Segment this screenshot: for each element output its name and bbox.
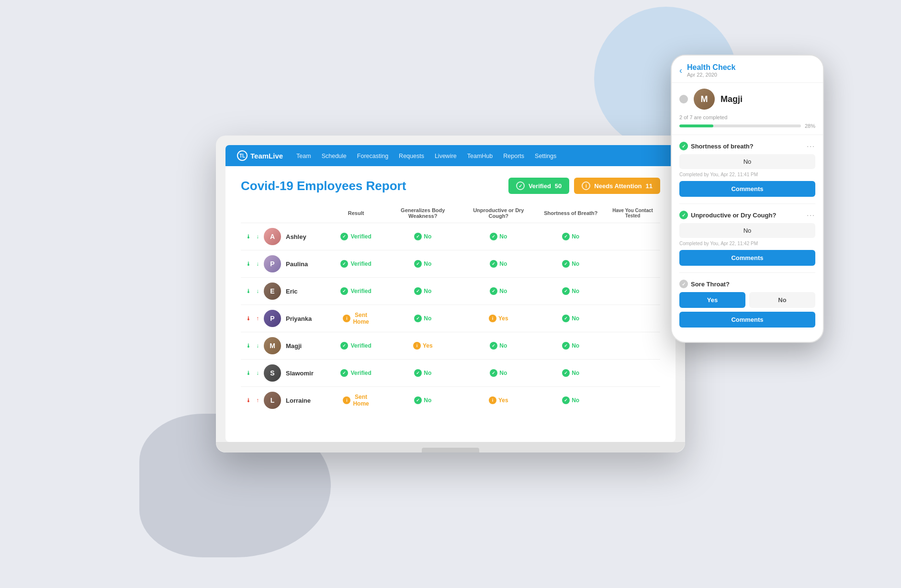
nav-reports[interactable]: Reports bbox=[503, 153, 524, 159]
status-verified: ✓ Verified bbox=[332, 342, 380, 350]
answer-check-icon: ✓ bbox=[490, 369, 497, 377]
nav-livewire[interactable]: Livewire bbox=[435, 153, 457, 159]
phone-header-title: Health Check Apr 22, 2020 bbox=[687, 63, 815, 78]
col-result: Result bbox=[327, 204, 385, 223]
answer-no: ✓ No bbox=[541, 369, 600, 377]
employee-name: Eric bbox=[286, 288, 298, 295]
q1-answer: No bbox=[679, 154, 815, 169]
answer-info-icon: i bbox=[489, 315, 496, 322]
answer-info-icon: i bbox=[489, 396, 496, 404]
employee-name: Priyanka bbox=[286, 315, 312, 322]
table-row[interactable]: 🌡 ↓ E Eric ✓ Verified ✓ No ✓ No ✓ No bbox=[241, 278, 660, 305]
verified-icon: ✓ bbox=[340, 369, 348, 377]
thermometer-icon: 🌡 bbox=[246, 397, 251, 404]
no-answer-button[interactable]: No bbox=[749, 292, 815, 308]
health-check-date: Apr 22, 2020 bbox=[687, 72, 815, 78]
attention-label: Needs Attention bbox=[594, 182, 642, 190]
answer-check-icon: ✓ bbox=[490, 233, 497, 240]
q2-comments-button[interactable]: Comments bbox=[679, 250, 815, 266]
answer-check-icon: ✓ bbox=[562, 260, 570, 268]
employee-cell: 🌡 ↓ A Ashley bbox=[246, 228, 322, 245]
table-row[interactable]: 🌡 ↓ M Magji ✓ Verified i Yes ✓ No ✓ No bbox=[241, 332, 660, 360]
table-row[interactable]: 🌡 ↓ S Slawomir ✓ Verified ✓ No ✓ No ✓ No bbox=[241, 360, 660, 387]
answer-yes: i Yes bbox=[465, 396, 531, 404]
q1-check-icon: ✓ bbox=[679, 142, 688, 150]
verified-icon: ✓ bbox=[340, 342, 348, 350]
avatar: L bbox=[264, 392, 281, 409]
question-sore-throat: ✓ Sore Throat? Yes No Comments bbox=[679, 280, 815, 334]
attention-info-icon: i bbox=[582, 181, 590, 190]
answer-yes: i Yes bbox=[390, 342, 456, 350]
q2-text: Unproductive or Dry Cough? bbox=[691, 212, 776, 219]
contact-cell bbox=[605, 223, 660, 250]
question-sore-throat-header: ✓ Sore Throat? bbox=[679, 280, 815, 288]
laptop-base bbox=[216, 442, 685, 452]
back-button[interactable]: ‹ bbox=[679, 66, 682, 76]
employee-cell: 🌡 ↓ S Slawomir bbox=[246, 364, 322, 382]
status-sent-home: i SentHome bbox=[332, 312, 380, 325]
temp-arrow-icon: ↓ bbox=[256, 260, 259, 267]
answer-no: ✓ No bbox=[465, 342, 531, 350]
answer-check-icon: ✓ bbox=[414, 260, 422, 268]
table-row[interactable]: 🌡 ↓ P Paulina ✓ Verified ✓ No ✓ No ✓ No bbox=[241, 250, 660, 278]
q3-comments-button[interactable]: Comments bbox=[679, 312, 815, 328]
verified-icon: ✓ bbox=[340, 233, 348, 240]
breath-cell: ✓ No bbox=[536, 223, 605, 250]
progress-bar bbox=[679, 124, 801, 127]
answer-check-icon: ✓ bbox=[490, 260, 497, 268]
info-icon: i bbox=[343, 315, 350, 322]
navbar: TL TeamLive Team Schedule Forecasting Re… bbox=[225, 145, 676, 166]
q3-text: Sore Throat? bbox=[691, 281, 730, 288]
answer-no: ✓ No bbox=[390, 260, 456, 268]
table-row[interactable]: 🌡 ↓ A Ashley ✓ Verified ✓ No ✓ No ✓ No bbox=[241, 223, 660, 250]
verified-badge[interactable]: ✓ Verified 50 bbox=[508, 178, 569, 194]
answer-check-icon: ✓ bbox=[562, 315, 570, 322]
phone-user-name: Magji bbox=[721, 94, 743, 104]
nav-forecasting[interactable]: Forecasting bbox=[357, 153, 388, 159]
weakness-cell: ✓ No bbox=[385, 305, 461, 332]
thermometer-icon: 🌡 bbox=[246, 260, 251, 267]
nav-schedule[interactable]: Schedule bbox=[322, 153, 347, 159]
nav-team[interactable]: Team bbox=[296, 153, 311, 159]
report-table: Result Generalizes Body Weakness? Unprod… bbox=[241, 204, 660, 414]
temp-arrow-icon: ↓ bbox=[256, 233, 259, 240]
sore-throat-answers: Yes No bbox=[679, 292, 815, 308]
result-cell: i SentHome bbox=[327, 387, 385, 414]
answer-no: ✓ No bbox=[465, 287, 531, 295]
verified-check-icon: ✓ bbox=[516, 181, 525, 190]
breath-cell: ✓ No bbox=[536, 332, 605, 360]
status-dot bbox=[679, 95, 688, 103]
nav-teamhub[interactable]: TeamHub bbox=[467, 153, 493, 159]
progress-label: 2 of 7 are completed bbox=[679, 114, 815, 120]
answer-no: ✓ No bbox=[390, 287, 456, 295]
q1-menu[interactable]: ··· bbox=[807, 142, 815, 150]
nav-settings[interactable]: Settings bbox=[535, 153, 556, 159]
phone-user: M Magji bbox=[679, 89, 815, 110]
answer-no: ✓ No bbox=[390, 396, 456, 404]
q3-gray-icon: ✓ bbox=[679, 280, 688, 288]
q2-check-icon: ✓ bbox=[679, 211, 688, 219]
employee-cell: 🌡 ↓ P Paulina bbox=[246, 255, 322, 272]
table-row[interactable]: 🌡 ↑ P Priyanka i SentHome ✓ No i Yes ✓ N… bbox=[241, 305, 660, 332]
page-title: Covid-19 Employees Report bbox=[241, 179, 406, 193]
info-icon: i bbox=[343, 396, 350, 404]
table-row[interactable]: 🌡 ↑ L Lorraine i SentHome ✓ No i Yes ✓ N… bbox=[241, 387, 660, 414]
employee-cell: 🌡 ↓ E Eric bbox=[246, 283, 322, 300]
breath-cell: ✓ No bbox=[536, 278, 605, 305]
q1-comments-button[interactable]: Comments bbox=[679, 181, 815, 197]
yes-answer-button[interactable]: Yes bbox=[679, 292, 745, 308]
employee-name: Lorraine bbox=[286, 397, 311, 404]
answer-no: ✓ No bbox=[465, 260, 531, 268]
nav-requests[interactable]: Requests bbox=[399, 153, 424, 159]
employee-name: Magji bbox=[286, 342, 302, 350]
question-cough-header: ✓ Unproductive or Dry Cough? ··· bbox=[679, 211, 815, 219]
answer-check-icon: ✓ bbox=[562, 287, 570, 295]
q2-menu[interactable]: ··· bbox=[807, 211, 815, 219]
attention-badge[interactable]: i Needs Attention 11 bbox=[574, 178, 660, 194]
phone-questions: ✓ Shortness of breath? ··· No Completed … bbox=[672, 142, 823, 342]
answer-no: ✓ No bbox=[390, 315, 456, 322]
avatar: P bbox=[264, 310, 281, 327]
answer-no: ✓ No bbox=[390, 233, 456, 240]
question-cough-label: ✓ Unproductive or Dry Cough? bbox=[679, 211, 776, 219]
cough-cell: i Yes bbox=[461, 305, 536, 332]
